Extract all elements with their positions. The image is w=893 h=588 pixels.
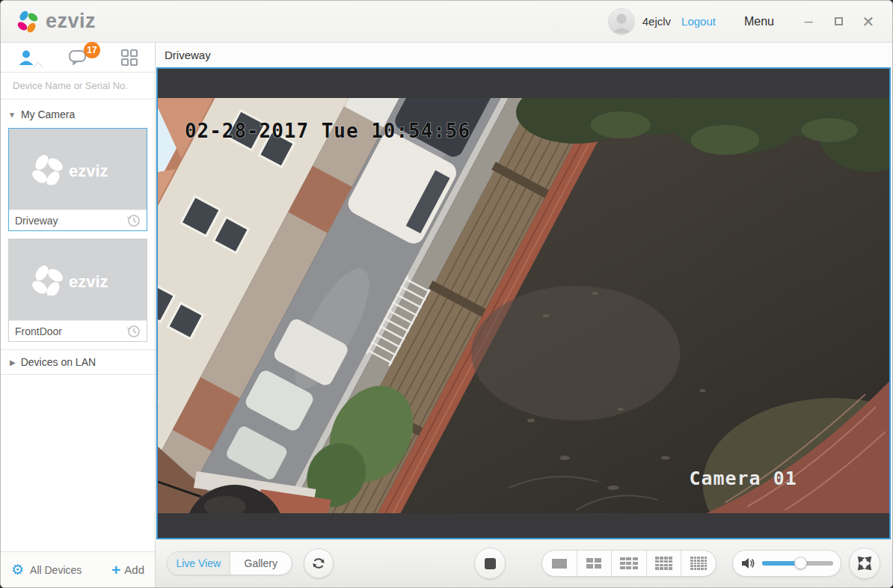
sidebar-footer: ⚙ All Devices + Add xyxy=(1,551,155,587)
tab-messages[interactable]: 17 xyxy=(63,45,93,70)
volume-handle[interactable] xyxy=(794,557,807,569)
maximize-icon xyxy=(835,17,843,25)
stop-button[interactable] xyxy=(474,548,506,579)
live-view-tab[interactable]: Live View xyxy=(168,552,230,575)
person-silhouette-icon xyxy=(609,8,634,35)
playback-toolbar: Live View Gallery xyxy=(156,539,892,587)
camera-name: Driveway xyxy=(15,215,126,227)
search-input[interactable] xyxy=(11,79,146,92)
camera-card-driveway[interactable]: ezviz Driveway xyxy=(8,128,147,231)
view-mode-switch: Live View Gallery xyxy=(167,551,292,575)
osd-timestamp: 02-28-2017 Tue 10:54:56 xyxy=(185,120,470,142)
volume-slider[interactable] xyxy=(762,561,833,566)
section-my-camera[interactable]: ▼ My Camera xyxy=(1,102,155,126)
grid-icon xyxy=(120,49,138,67)
menu-button[interactable]: Menu xyxy=(744,15,774,28)
camera-thumbnail[interactable]: ezviz xyxy=(9,129,147,209)
video-title: Driveway xyxy=(156,43,892,67)
chevron-down-icon: ▼ xyxy=(8,111,16,119)
minimize-button[interactable]: – xyxy=(794,10,823,33)
volume-control xyxy=(732,550,841,577)
add-device-button[interactable]: + Add xyxy=(111,562,144,578)
svg-text:ezviz: ezviz xyxy=(69,272,108,291)
brand-name: ezviz xyxy=(46,11,96,31)
tab-layouts[interactable] xyxy=(114,45,144,70)
fullscreen-button[interactable] xyxy=(849,548,880,579)
osd-camera-label: Camera 01 xyxy=(690,468,797,489)
layout-4-button[interactable] xyxy=(577,551,613,576)
message-count-badge: 17 xyxy=(84,42,100,58)
ezviz-placeholder-logo: ezviz xyxy=(25,264,130,295)
all-devices-button[interactable]: All Devices xyxy=(30,564,82,576)
titlebar: ezviz 4ejclv Logout Menu – ✕ xyxy=(1,1,892,43)
username: 4ejclv xyxy=(642,15,671,28)
logout-link[interactable]: Logout xyxy=(681,15,716,28)
chevron-right-icon: ▶ xyxy=(10,358,16,367)
maximize-button[interactable] xyxy=(823,10,853,33)
ezviz-logo: ezviz xyxy=(14,8,96,35)
layout-9-button[interactable] xyxy=(612,551,647,576)
close-button[interactable]: ✕ xyxy=(853,10,883,33)
layout-4-icon xyxy=(586,558,601,569)
sidebar: 17 ▼ My Camera xyxy=(1,43,156,587)
camera-feed-image: 02-28-2017 Tue 10:54:56 Camera 01 xyxy=(158,69,889,538)
camera-name: FrontDoor xyxy=(15,325,126,337)
tab-devices[interactable] xyxy=(11,45,41,70)
avatar[interactable] xyxy=(608,8,635,35)
person-icon xyxy=(17,49,35,67)
speaker-icon[interactable] xyxy=(740,556,756,571)
camera-thumbnail[interactable]: ezviz xyxy=(9,239,147,320)
svg-text:ezviz: ezviz xyxy=(69,162,108,180)
ezviz-pinwheel-icon xyxy=(14,8,41,35)
layout-switcher xyxy=(541,550,716,577)
layout-25-icon xyxy=(690,557,707,570)
camera-label-row: Driveway xyxy=(9,209,147,230)
history-clock-icon[interactable] xyxy=(126,213,141,227)
layout-1-button[interactable] xyxy=(542,551,577,576)
device-search-row xyxy=(1,73,155,99)
layout-16-button[interactable] xyxy=(647,551,682,576)
layout-16-icon xyxy=(655,557,673,570)
fullscreen-arrows-icon xyxy=(856,555,873,572)
main-area: Driveway xyxy=(156,43,892,587)
layout-9-icon xyxy=(620,557,638,570)
ezviz-placeholder-logo: ezviz xyxy=(25,153,130,185)
stop-icon xyxy=(485,558,496,569)
section-devices-on-lan[interactable]: ▶ Devices on LAN xyxy=(1,349,155,375)
layout-1-icon xyxy=(552,559,567,569)
gallery-tab[interactable]: Gallery xyxy=(230,552,292,575)
refresh-button[interactable] xyxy=(304,548,334,578)
refresh-icon xyxy=(310,555,327,572)
sidebar-tabs: 17 xyxy=(1,43,155,73)
camera-card-frontdoor[interactable]: ezviz FrontDoor xyxy=(8,239,147,342)
ezviz-studio-window: ezviz 4ejclv Logout Menu – ✕ xyxy=(0,0,893,588)
history-clock-icon[interactable] xyxy=(126,324,141,338)
plus-icon: + xyxy=(111,562,120,578)
camera-label-row: FrontDoor xyxy=(9,320,147,341)
gear-icon[interactable]: ⚙ xyxy=(11,563,24,577)
live-video-panel[interactable]: 02-28-2017 Tue 10:54:56 Camera 01 xyxy=(156,67,891,539)
layout-25-button[interactable] xyxy=(681,551,716,576)
